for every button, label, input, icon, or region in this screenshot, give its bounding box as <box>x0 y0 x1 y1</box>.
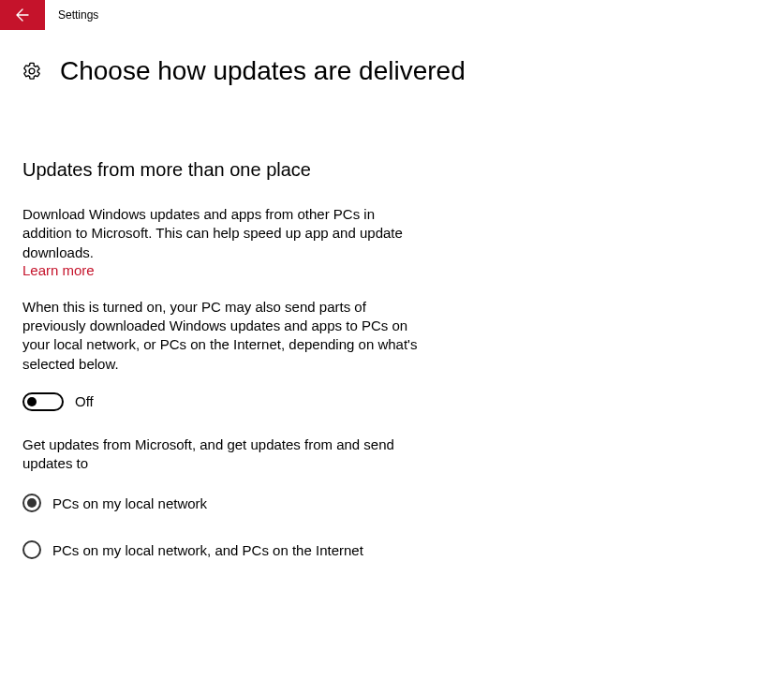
updates-toggle[interactable] <box>22 392 64 411</box>
radio-icon <box>22 540 41 559</box>
learn-more-link[interactable]: Learn more <box>22 262 95 278</box>
explain-block: When this is turned on, your PC may also… <box>22 298 427 374</box>
radio-label-local: PCs on my local network <box>52 495 207 511</box>
intro-block: Download Windows updates and apps from o… <box>22 205 427 279</box>
titlebar: Settings <box>0 0 784 30</box>
radio-icon <box>22 494 41 512</box>
page-title: Choose how updates are delivered <box>60 56 466 86</box>
back-button[interactable] <box>0 0 45 30</box>
page-header: Choose how updates are delivered <box>0 30 784 86</box>
back-arrow-icon <box>15 7 30 22</box>
toggle-state-label: Off <box>75 393 94 409</box>
toggle-row: Off <box>22 392 427 411</box>
gear-icon <box>22 62 41 81</box>
intro-text: Download Windows updates and apps from o… <box>22 205 427 262</box>
radio-option-internet[interactable]: PCs on my local network, and PCs on the … <box>22 540 427 559</box>
content-area: Updates from more than one place Downloa… <box>0 86 450 559</box>
section-heading: Updates from more than one place <box>22 159 427 181</box>
radio-option-local[interactable]: PCs on my local network <box>22 494 427 512</box>
app-title: Settings <box>45 8 98 22</box>
radio-label-internet: PCs on my local network, and PCs on the … <box>52 542 363 558</box>
toggle-knob-icon <box>27 397 37 406</box>
explain-text: When this is turned on, your PC may also… <box>22 298 427 374</box>
radio-group-heading: Get updates from Microsoft, and get upda… <box>22 435 427 474</box>
